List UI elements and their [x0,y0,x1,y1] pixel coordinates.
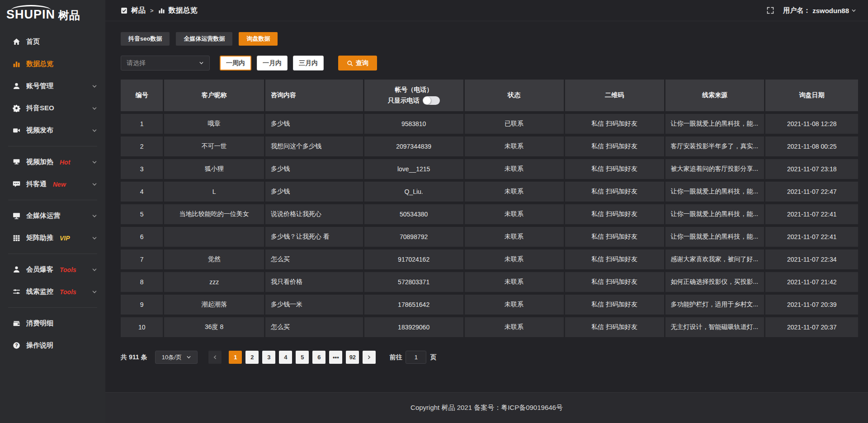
cell-id: 10 [121,317,163,337]
cell-content: 多少钱 [265,114,363,134]
page-ellipsis-button[interactable]: ••• [329,351,342,364]
cell-source-link[interactable]: 让你一眼就爱上的黑科技，能... [665,114,764,134]
chart-icon [13,60,20,68]
sidebar-item-question[interactable]: ?操作说明 [0,334,105,357]
tab-0[interactable]: 抖音seo数据 [121,32,170,46]
cell-source-link[interactable]: 客厅安装投影半年多了，真实... [665,136,764,156]
sidebar-item-chart[interactable]: 数据总览 [0,53,105,75]
sidebar-item-user[interactable]: 账号管理 [0,75,105,97]
cell-qrcode-link[interactable]: 私信 扫码加好友 [565,136,664,156]
cell-source-link[interactable]: 让你一眼就爱上的黑科技，能... [665,227,764,247]
cell-source-link[interactable]: 无主灯设计，智能磁吸轨道灯... [665,317,764,337]
cell-status: 未联系 [465,204,564,224]
cell-qrcode-link[interactable]: 私信 扫码加好友 [565,295,664,315]
tab-2[interactable]: 询盘数据 [239,32,278,46]
next-page-button[interactable] [363,351,376,364]
page-button-3[interactable]: 3 [262,351,275,364]
cell-nickname: L [164,182,264,202]
cell-qrcode-link[interactable]: 私信 扫码加好友 [565,272,664,292]
sidebar-item-member[interactable]: 会员爆客Tools [0,258,105,281]
cell-source-link[interactable]: 多功能护栏灯，适用于乡村文... [665,295,764,315]
cell-date: 2021-11-07 21:42 [765,272,858,292]
cell-nickname [164,227,264,247]
total-count: 共 911 条 [121,353,147,362]
chevron-left-icon [212,355,217,360]
fullscreen-icon[interactable] [767,7,774,14]
cell-qrcode-link[interactable]: 私信 扫码加好友 [565,159,664,179]
chat-icon [13,180,20,188]
username-label: 用户名： [783,6,810,15]
member-icon [13,266,20,273]
sidebar-item-sliders[interactable]: 线索监控Tools [0,281,105,303]
page-size-select[interactable]: 10条/页 [155,351,198,364]
prev-page-button[interactable] [208,351,222,364]
cell-status: 未联系 [465,295,564,315]
cell-date: 2021-11-07 22:41 [765,204,858,224]
page-button-1[interactable]: 1 [229,351,242,364]
cell-nickname: zzz [164,272,264,292]
cell-qrcode-link[interactable]: 私信 扫码加好友 [565,204,664,224]
logo-wordmark: SHUPIN [6,9,55,21]
phone-only-toggle[interactable] [423,96,440,105]
cell-source-link[interactable]: 让你一眼就爱上的黑科技，能... [665,204,764,224]
sidebar-divider [8,146,97,146]
period-button[interactable]: 一月内 [257,56,288,70]
sidebar-badge: VIP [60,235,70,242]
period-button[interactable]: 一周内 [220,56,251,70]
col-header-nickname: 客户昵称 [164,80,264,111]
cell-id: 3 [121,159,163,179]
sidebar-item-video[interactable]: 视频发布 [0,119,105,141]
cell-source-link[interactable]: 让你一眼就爱上的黑科技，能... [665,182,764,202]
grid-icon [13,234,20,242]
sidebar-item-display[interactable]: 视频加热Hot [0,151,105,173]
sidebar-item-chat[interactable]: 抖客通New [0,173,105,195]
table-header-row: 编号 客户昵称 咨询内容 帐号（电话） 只显示电话 状态 二维码 线索来源 询盘… [121,80,858,111]
query-button[interactable]: 查询 [338,56,377,70]
sidebar-item-wallet[interactable]: 消费明细 [0,312,105,334]
cell-account: 178651642 [364,295,463,315]
query-button-label: 查询 [356,59,368,67]
sidebar-item-home[interactable]: 首页 [0,31,105,53]
cell-qrcode-link[interactable]: 私信 扫码加好友 [565,114,664,134]
filter-select[interactable]: 请选择 [121,56,210,70]
cell-qrcode-link[interactable]: 私信 扫码加好友 [565,317,664,337]
logo-text-cn: 树品 [58,9,80,21]
page-button-6[interactable]: 6 [312,351,326,364]
cell-source-link[interactable]: 感谢大家喜欢我家，被问了好... [665,249,764,269]
cell-qrcode-link[interactable]: 私信 扫码加好友 [565,227,664,247]
breadcrumb-root[interactable]: 树品 [131,6,146,15]
cell-account: 50534380 [364,204,463,224]
chevron-down-icon [92,84,97,89]
cell-date: 2021-11-07 22:47 [765,182,858,202]
cell-account: 9583810 [364,114,463,134]
cell-source-link[interactable]: 如何正确选择投影仪，买投影... [665,272,764,292]
sidebar-item-grid[interactable]: 矩阵助推VIP [0,227,105,249]
sidebar-badge: Hot [60,159,70,166]
tab-1[interactable]: 全媒体运营数据 [176,32,232,46]
table-row: 5当地比较能吃的一位美女说说价格让我死心50534380未联系私信 扫码加好友让… [121,204,858,224]
page-button-2[interactable]: 2 [245,351,259,364]
cell-status: 未联系 [465,136,564,156]
cell-source-link[interactable]: 被大家追着问的客厅投影分享... [665,159,764,179]
cell-nickname: 哦章 [164,114,264,134]
period-button[interactable]: 三月内 [293,56,324,70]
cell-qrcode-link[interactable]: 私信 扫码加好友 [565,182,664,202]
goto-page-input[interactable] [406,351,426,364]
sidebar-item-monitor[interactable]: 全媒体运营 [0,205,105,227]
goto-suffix: 页 [430,353,436,362]
sidebar-item-gear[interactable]: 抖音SEO [0,97,105,119]
cell-account: 2097344839 [364,136,463,156]
cell-status: 已联系 [465,114,564,134]
cell-account: 917024162 [364,249,463,269]
cell-account: love__1215 [364,159,463,179]
table-row: 9潮起潮落多少钱一米178651642未联系私信 扫码加好友多功能护栏灯，适用于… [121,295,858,315]
page-button-5[interactable]: 5 [296,351,309,364]
user-menu[interactable]: 用户名： zswodun88 [783,6,856,15]
page-button-92[interactable]: 92 [346,351,359,364]
cell-qrcode-link[interactable]: 私信 扫码加好友 [565,249,664,269]
sidebar-badge: Tools [60,266,76,273]
user-icon [13,82,20,90]
cell-id: 8 [121,272,163,292]
chevron-down-icon [92,213,97,219]
page-button-4[interactable]: 4 [279,351,292,364]
